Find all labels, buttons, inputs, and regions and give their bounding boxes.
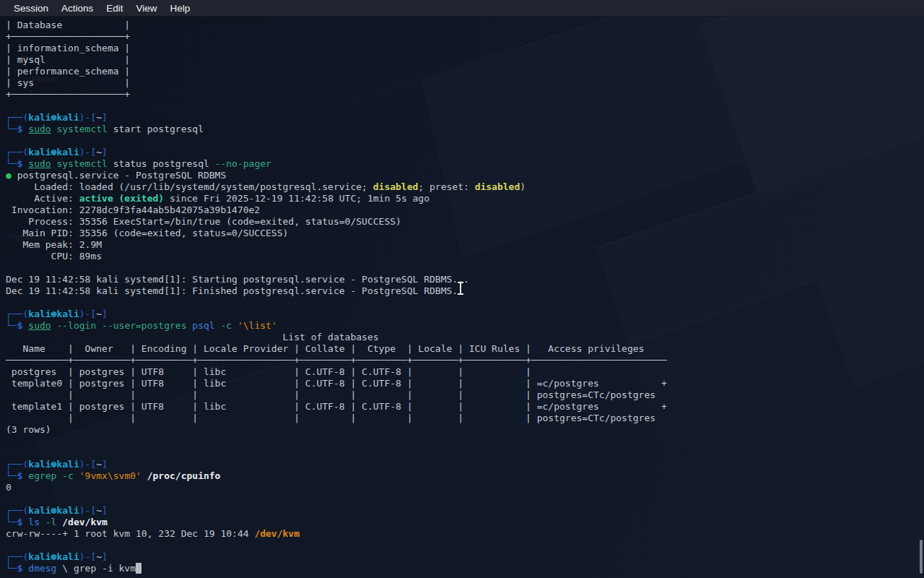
text-segment: template0 | postgres | UTF8 | libc | C.U… bbox=[6, 378, 667, 389]
terminal-line bbox=[6, 262, 924, 274]
menu-item-edit[interactable]: Edit bbox=[100, 3, 129, 14]
text-segment: ~ bbox=[96, 551, 102, 562]
text-segment: crw-rw----+ 1 root kvm 10, 232 Dec 19 10… bbox=[6, 528, 254, 539]
text-segment: ; preset: bbox=[418, 181, 474, 192]
text-segment: | Database | bbox=[6, 20, 130, 30]
terminal-line: List of databases bbox=[6, 332, 924, 343]
text-segment: ~ bbox=[96, 505, 102, 516]
terminal-line: postgres | postgres | UTF8 | libc | C.UT… bbox=[6, 366, 924, 378]
text-segment: 0 bbox=[6, 482, 12, 493]
text-segment: ls bbox=[28, 517, 40, 527]
terminal-line: └─$ egrep -c '9vmx\svm0' /proc/cpuinfo bbox=[6, 470, 924, 482]
terminal-line: Main PID: 35356 (code=exited, status=0/S… bbox=[6, 228, 924, 239]
text-segment: ] bbox=[102, 551, 108, 562]
text-segment: kali⊛kali bbox=[28, 551, 79, 562]
text-segment: Name | Owner | Encoding | Locale Provide… bbox=[6, 343, 644, 354]
text-segment: -c bbox=[220, 320, 232, 331]
text-segment: --login bbox=[56, 320, 96, 331]
terminal-output[interactable]: | Database |+────────────────────+| info… bbox=[0, 16, 924, 578]
text-segment bbox=[40, 517, 45, 527]
text-segment: | | | | | | | | postgres=CTc/postgres bbox=[6, 413, 655, 423]
text-segment: Active: bbox=[6, 193, 79, 204]
terminal-line: ┌──(kali⊛kali)-[~] bbox=[6, 147, 924, 158]
terminal-line bbox=[6, 100, 924, 112]
text-segment: )-[ bbox=[79, 112, 96, 123]
text-segment: Invocation: 2278dc9f3fa44ab5b42075a39b14… bbox=[6, 204, 260, 215]
text-segment bbox=[96, 320, 102, 331]
text-segment: disabled bbox=[373, 181, 419, 192]
text-segment: )-[ bbox=[79, 309, 96, 319]
text-segment: dmesg bbox=[28, 563, 56, 574]
text-segment: List of databases bbox=[6, 332, 379, 342]
menu-item-view[interactable]: View bbox=[130, 3, 164, 14]
terminal-line: └─$ dmesg \ grep -i kvm bbox=[6, 563, 924, 574]
text-segment: /dev/kvm bbox=[254, 528, 300, 539]
scrollbar-thumb[interactable] bbox=[920, 540, 923, 574]
text-segment: /proc/cpuinfo bbox=[147, 470, 221, 481]
text-segment: Process: 35356 ExecStart=/bin/true (code… bbox=[6, 216, 401, 227]
text-segment: | mysql | bbox=[6, 54, 130, 65]
terminal-line: ┌──(kali⊛kali)-[~] bbox=[6, 505, 924, 517]
terminal-line: └─$ ls -l /dev/kvm bbox=[6, 517, 924, 528]
text-segment: kali⊛kali bbox=[28, 309, 79, 319]
text-segment: )-[ bbox=[79, 551, 96, 562]
text-segment: ~ bbox=[96, 112, 102, 123]
text-segment: kali⊛kali bbox=[28, 459, 79, 470]
terminal-line bbox=[6, 436, 924, 447]
text-segment: since Fri 2025-12-19 11:42:58 UTC; 1min … bbox=[164, 193, 430, 204]
text-segment: ) bbox=[520, 181, 526, 192]
terminal-line bbox=[6, 297, 924, 309]
terminal-line: └─$ sudo systemctl start postgresql bbox=[6, 124, 924, 135]
menu-item-session[interactable]: Session bbox=[7, 3, 55, 14]
text-segment: └─ bbox=[6, 124, 17, 134]
menu-item-actions[interactable]: Actions bbox=[55, 3, 100, 14]
text-segment: active (exited) bbox=[79, 193, 164, 204]
terminal-line: | performance_schema | bbox=[6, 66, 924, 77]
terminal-line: Loaded: loaded (/usr/lib/systemd/system/… bbox=[6, 181, 924, 193]
text-segment: | | | | | | | | postgres=CTc/postgres bbox=[6, 389, 655, 400]
terminal-line: ┌──(kali⊛kali)-[~] bbox=[6, 112, 924, 124]
text-segment: status postgresql bbox=[108, 158, 215, 169]
text-segment: --user=postgres bbox=[102, 320, 186, 331]
text-segment: Loaded: loaded (/usr/lib/systemd/system/… bbox=[6, 181, 373, 192]
text-segment: '9vmx\svm0' bbox=[79, 470, 141, 481]
terminal-line: ───────────+──────────+──────────+──────… bbox=[6, 355, 924, 366]
terminal-line: +────────────────────+ bbox=[6, 31, 924, 43]
text-segment: sudo bbox=[28, 158, 51, 169]
text-segment: ┌──( bbox=[6, 112, 28, 123]
terminal-line bbox=[6, 135, 924, 147]
terminal-line: ┌──(kali⊛kali)-[~] bbox=[6, 551, 924, 563]
terminal-line: Dec 19 11:42:58 kali systemd[1]: Startin… bbox=[6, 274, 924, 285]
terminal-line: Mem peak: 2.9M bbox=[6, 239, 924, 251]
text-segment: kali⊛kali bbox=[28, 147, 79, 158]
terminal-line: └─$ sudo --login --user=postgres psql -c… bbox=[6, 320, 924, 332]
text-segment: postgres | postgres | UTF8 | libc | C.UT… bbox=[6, 366, 531, 377]
text-segment: postgresql.service - PostgreSQL RDBMS bbox=[17, 170, 227, 181]
text-segment: | information_schema | bbox=[6, 43, 130, 53]
text-segment: ] bbox=[102, 505, 108, 516]
terminal-line bbox=[6, 540, 924, 551]
terminal-line: (3 rows) bbox=[6, 424, 924, 436]
terminal-line bbox=[6, 447, 924, 459]
terminal-line bbox=[6, 493, 924, 505]
text-segment: ~ bbox=[96, 309, 102, 319]
text-segment: '\list' bbox=[237, 320, 277, 331]
text-segment: )-[ bbox=[79, 147, 96, 158]
text-segment: /dev/kvm bbox=[62, 517, 108, 527]
text-segment: └─ bbox=[6, 563, 17, 574]
menu-item-help[interactable]: Help bbox=[164, 3, 197, 14]
text-segment: CPU: 89ms bbox=[6, 251, 102, 262]
terminal-line: CPU: 89ms bbox=[6, 251, 924, 262]
text-segment: template1 | postgres | UTF8 | libc | C.U… bbox=[6, 401, 667, 412]
terminal-line: template0 | postgres | UTF8 | libc | C.U… bbox=[6, 378, 924, 389]
text-segment: ] bbox=[102, 459, 108, 470]
terminal-line: | sys | bbox=[6, 77, 924, 89]
text-segment: | sys | bbox=[6, 77, 130, 88]
text-segment: Mem peak: 2.9M bbox=[6, 239, 102, 250]
text-segment: \ grep -i kvm bbox=[56, 563, 136, 574]
terminal-line: Invocation: 2278dc9f3fa44ab5b42075a39b14… bbox=[6, 204, 924, 216]
terminal-line: template1 | postgres | UTF8 | libc | C.U… bbox=[6, 401, 924, 413]
terminal-line: | Database | bbox=[6, 20, 924, 31]
terminal-line: +────────────────────+ bbox=[6, 89, 924, 100]
terminal-line: | information_schema | bbox=[6, 43, 924, 54]
